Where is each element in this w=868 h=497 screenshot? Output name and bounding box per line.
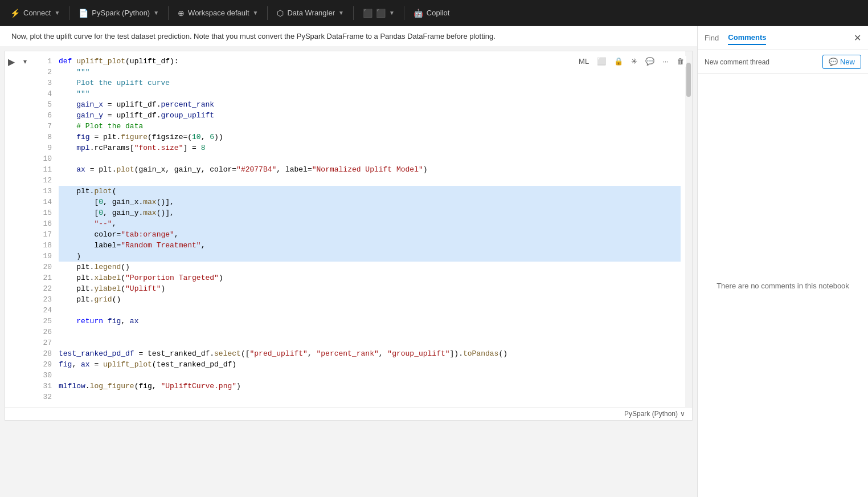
divider-2 [168, 6, 169, 20]
cell-toggle-button[interactable]: ⬜ [595, 56, 608, 67]
comment-action-bar: New comment thread 💬 New [698, 50, 868, 74]
workspace-chevron-icon: ▼ [253, 10, 259, 16]
comment-button[interactable]: 💬 [643, 56, 657, 67]
code-line-7: # Plot the data [59, 121, 681, 132]
new-comment-label: New comment thread [705, 58, 822, 66]
datawrangler-button[interactable]: ⬡ Data Wrangler ▼ [271, 6, 349, 20]
kernel-status-label: PySpark (Python) [624, 410, 678, 418]
new-comment-btn-label: New [840, 58, 855, 66]
datawrangler-chevron-icon: ▼ [338, 10, 344, 16]
code-line-23: plt.grid() [59, 294, 681, 305]
right-panel-header: Find Comments ✕ [698, 26, 868, 50]
run-cell-button[interactable]: ▶ [5, 55, 18, 68]
code-line-32 [59, 392, 681, 402]
code-line-13: plt.plot( [59, 186, 681, 197]
code-line-28: test_ranked_pd_df = test_ranked_df.selec… [59, 348, 681, 359]
workspace-label: Workspace default [188, 9, 249, 17]
code-line-5: gain_x = uplift_df.percent_rank [59, 99, 681, 110]
divider-1 [69, 6, 69, 20]
delete-button[interactable]: 🗑 [674, 56, 686, 67]
kernel-label: PySpark (Python) [92, 9, 150, 17]
code-line-24 [59, 305, 681, 316]
copilot-button[interactable]: 🤖 Copilot [408, 6, 455, 20]
code-cell: ML ⬜ 🔒 ✳ 💬 ··· 🗑 ▶ ▾ [5, 51, 693, 421]
asterisk-button[interactable]: ✳ [629, 56, 640, 67]
divider-5 [404, 6, 404, 20]
code-line-6: gain_y = uplift_df.group_uplift [59, 110, 681, 121]
code-line-10 [59, 153, 681, 164]
code-line-30 [59, 370, 681, 381]
cell-status-bar: PySpark (Python) ∨ [5, 407, 692, 420]
divider-3 [267, 6, 268, 20]
code-line-31: mlflow.log_figure(fig, "UpliftCurve.png"… [59, 381, 681, 392]
tab-find[interactable]: Find [705, 31, 719, 44]
code-line-12 [59, 175, 681, 186]
right-panel: Find Comments ✕ New comment thread 💬 New… [697, 26, 868, 497]
code-line-14: [0, gain_x.max()], [59, 197, 681, 207]
connect-chevron-icon: ▼ [54, 10, 60, 16]
notebook-scroll-area[interactable]: ML ⬜ 🔒 ✳ 💬 ··· 🗑 ▶ ▾ [0, 46, 697, 497]
description-text: Now, plot the uplift curve for the test … [0, 26, 697, 46]
code-line-3: Plot the uplift curve [59, 78, 681, 88]
code-line-2: """ [59, 67, 681, 78]
code-line-19: ) [59, 251, 681, 262]
cell-run-area: ▶ ▾ [5, 51, 31, 407]
code-content[interactable]: def uplift_plot(uplift_df): """ Plot the… [56, 51, 685, 407]
new-comment-icon: 💬 [829, 58, 838, 66]
code-line-18: label="Random Treatment", [59, 240, 681, 251]
layout-icon: ⬛ [363, 9, 372, 18]
close-button[interactable]: ✕ [854, 32, 861, 43]
workspace-selector[interactable]: ⊕ Workspace default ▼ [172, 6, 264, 20]
more-button[interactable]: ··· [660, 56, 671, 67]
code-line-25: return fig, ax [59, 316, 681, 327]
vscode-icon: ⬛ [376, 9, 386, 18]
code-line-26 [59, 327, 681, 337]
code-line-9: mpl.rcParams["font.size"] = 8 [59, 142, 681, 153]
kernel-selector[interactable]: 📄 PySpark (Python) ▼ [73, 6, 165, 20]
new-comment-button[interactable]: 💬 New [822, 55, 861, 69]
kernel-chevron-icon: ▼ [153, 10, 159, 16]
ml-button[interactable]: ML [576, 56, 591, 67]
cell-top: ML ⬜ 🔒 ✳ 💬 ··· 🗑 ▶ ▾ [5, 51, 692, 407]
code-line-22: plt.ylabel("Uplift") [59, 283, 681, 294]
code-line-16: "--", [59, 218, 681, 229]
datawrangler-icon: ⬡ [277, 9, 284, 18]
empty-comments-message: There are no comments in this notebook [716, 282, 849, 290]
vertical-scrollbar[interactable] [685, 51, 692, 407]
code-line-29: fig, ax = uplift_plot(test_ranked_pd_df) [59, 359, 681, 370]
code-line-27 [59, 337, 681, 348]
main-container: Now, plot the uplift curve for the test … [0, 26, 868, 497]
notebook-area: Now, plot the uplift curve for the test … [0, 26, 697, 497]
extra-chevron-icon: ▼ [389, 10, 395, 16]
code-line-20: plt.legend() [59, 262, 681, 272]
extra-button[interactable]: ⬛ ⬛ ▼ [357, 6, 400, 20]
copilot-icon: 🤖 [413, 9, 423, 18]
kernel-icon: 📄 [79, 9, 88, 18]
code-line-8: fig = plt.figure(figsize=(10, 6)) [59, 132, 681, 142]
main-toolbar: ⚡ Connect ▼ 📄 PySpark (Python) ▼ ⊕ Works… [0, 0, 868, 26]
code-line-15: [0, gain_y.max()], [59, 207, 681, 218]
scrollbar-thumb[interactable] [686, 63, 691, 97]
code-line-11: ax = plt.plot(gain_x, gain_y, color="#20… [59, 164, 681, 175]
line-numbers: 1 2 3 4 5 6 7 8 9 10 11 12 13 14 [31, 51, 56, 407]
connect-icon: ⚡ [10, 9, 20, 18]
code-line-4: """ [59, 88, 681, 99]
lock-button[interactable]: 🔒 [612, 56, 625, 67]
code-line-21: plt.xlabel("Porportion Targeted") [59, 272, 681, 283]
cell-toolbar: ML ⬜ 🔒 ✳ 💬 ··· 🗑 [576, 56, 686, 67]
connect-button[interactable]: ⚡ Connect ▼ [5, 6, 65, 20]
connect-label: Connect [23, 9, 51, 17]
divider-4 [353, 6, 354, 20]
workspace-icon: ⊕ [178, 9, 185, 18]
datawrangler-label: Data Wrangler [287, 9, 335, 17]
expand-button[interactable]: ▾ [19, 55, 31, 68]
tab-comments[interactable]: Comments [728, 31, 766, 45]
code-line-17: color="tab:orange", [59, 229, 681, 240]
status-chevron-icon[interactable]: ∨ [680, 410, 685, 418]
comments-empty-state: There are no comments in this notebook [698, 74, 868, 497]
copilot-label: Copilot [427, 9, 449, 17]
